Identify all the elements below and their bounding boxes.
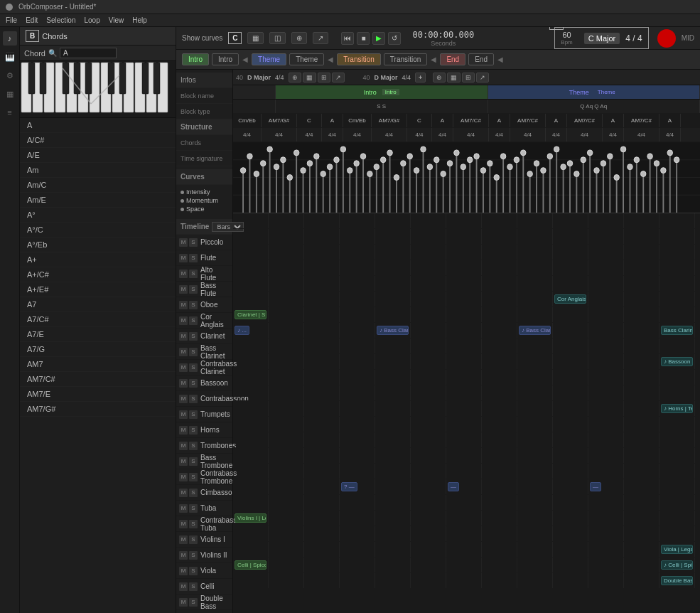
info-btn-r4[interactable]: ↗: [476, 73, 489, 82]
track-block-21-12[interactable]: Viola | Legato orb 14-ch 12 | Mel. D f |…: [661, 545, 693, 554]
chord-item-A7C#[interactable]: A7/C#: [20, 312, 176, 327]
solo-btn-5[interactable]: S: [189, 316, 198, 325]
transport-play[interactable]: ▶: [372, 32, 385, 45]
chord-item-A7[interactable]: A7: [20, 297, 176, 312]
track-block-7-4[interactable]: ♪ Bass Clar...: [377, 326, 409, 335]
icon-bars[interactable]: ≡: [3, 105, 17, 119]
curves-btn-3[interactable]: ⊕: [291, 32, 307, 44]
info-btn-r2[interactable]: ▦: [447, 73, 461, 82]
info-btn-3[interactable]: ⊞: [318, 73, 330, 82]
transport-stop[interactable]: ■: [357, 32, 370, 45]
mute-btn-17[interactable]: M: [179, 504, 188, 513]
solo-btn-7[interactable]: S: [189, 348, 198, 356]
section-btn-transition[interactable]: Transition: [337, 53, 381, 65]
solo-btn-0[interactable]: S: [189, 238, 198, 247]
info-btn-1[interactable]: ⊕: [289, 73, 301, 82]
chord-item-AM7C#[interactable]: AM7/C#: [20, 372, 176, 387]
menu-selection[interactable]: Selection: [46, 16, 75, 24]
track-block-22-12[interactable]: ♪ Celli | Spiccato orb 15-ch 11 | D. Acc…: [661, 560, 693, 570]
mute-btn-8[interactable]: M: [179, 363, 188, 372]
chord-item-Am[interactable]: Am: [20, 163, 176, 178]
info-btn-r3[interactable]: ⊞: [462, 73, 475, 82]
icon-piano[interactable]: 🎹: [3, 50, 17, 64]
menu-loop[interactable]: Loop: [85, 16, 100, 24]
mute-btn-19[interactable]: M: [179, 535, 188, 544]
mute-btn-3[interactable]: M: [179, 285, 188, 294]
track-block-6-0[interactable]: Clarinet | Staccato orb 8-ch 4 | Acc. D …: [235, 310, 266, 319]
chord-item-A7E[interactable]: A7/E: [20, 327, 176, 342]
mute-btn-11[interactable]: M: [179, 410, 188, 419]
menu-file[interactable]: File: [6, 16, 17, 24]
mute-btn-23[interactable]: M: [179, 598, 188, 607]
mute-btn-5[interactable]: M: [179, 316, 188, 325]
section-btn-end[interactable]: End: [440, 53, 465, 65]
transport-loop[interactable]: ↺: [388, 32, 401, 45]
section-btn-transition-outline[interactable]: Transition: [384, 53, 428, 65]
chord-item-AdimC[interactable]: A°/C: [20, 223, 176, 238]
chord-item-AaugE#[interactable]: A+/E#: [20, 282, 176, 297]
mute-btn-7[interactable]: M: [179, 348, 188, 356]
chord-item-AaugC#[interactable]: A+/C#: [20, 267, 176, 282]
solo-btn-21[interactable]: S: [189, 567, 198, 575]
solo-btn-17[interactable]: S: [189, 504, 198, 513]
section-btn-end-outline[interactable]: End: [468, 53, 494, 65]
mute-btn-2[interactable]: M: [179, 270, 188, 278]
track-block-9-12[interactable]: ♪ Bassoon | Staccato orb 9-ch 3 | D. Acc…: [661, 357, 693, 366]
menu-view[interactable]: View: [109, 16, 124, 24]
solo-btn-22[interactable]: S: [189, 582, 198, 591]
chord-item-A7G[interactable]: A7/G: [20, 342, 176, 357]
solo-btn-18[interactable]: S: [189, 520, 198, 528]
curves-btn-2[interactable]: ◫: [269, 32, 286, 44]
chord-item-AM7G#[interactable]: AM7/G#: [20, 402, 176, 417]
solo-btn-20[interactable]: S: [189, 551, 198, 560]
mute-btn-22[interactable]: M: [179, 582, 188, 591]
solo-btn-14[interactable]: S: [189, 457, 198, 466]
section-btn-intro-outline[interactable]: Intro: [212, 53, 239, 65]
mute-btn-10[interactable]: M: [179, 395, 188, 403]
icon-settings[interactable]: ⚙: [3, 68, 17, 82]
transport-rewind[interactable]: ⏮: [341, 32, 354, 45]
chord-item-Adim[interactable]: A°: [20, 208, 176, 223]
track-block-17-10[interactable]: —: [590, 482, 601, 491]
solo-btn-3[interactable]: S: [189, 285, 198, 294]
solo-btn-12[interactable]: S: [189, 426, 198, 435]
solo-btn-2[interactable]: S: [189, 270, 198, 278]
mute-btn-6[interactable]: M: [179, 332, 188, 341]
info-btn-r1[interactable]: ⊕: [433, 73, 446, 82]
mute-btn-4[interactable]: M: [179, 301, 188, 309]
track-block-22-0[interactable]: Celli | Spiccato orb 15-ch 11 | Acc. D p…: [235, 560, 266, 570]
solo-btn-23[interactable]: S: [189, 598, 198, 607]
icon-notes[interactable]: ♪: [3, 31, 17, 46]
mute-btn-9[interactable]: M: [179, 379, 188, 388]
chord-item-AM7[interactable]: AM7: [20, 357, 176, 372]
icon-grid[interactable]: ▦: [3, 87, 17, 101]
section-btn-theme[interactable]: Theme: [252, 53, 286, 65]
solo-btn-4[interactable]: S: [189, 301, 198, 309]
chord-item-Aaug[interactable]: A+: [20, 252, 176, 267]
track-block-7-12[interactable]: Bass Clarinet | Tenuto orb 8-ch 10 | Bas…: [661, 326, 693, 335]
track-block-7-8[interactable]: ♪ Bass Clarinet: [519, 326, 551, 335]
chord-item-AdimEb[interactable]: A°/Eb: [20, 238, 176, 252]
mute-btn-18[interactable]: M: [179, 520, 188, 528]
mute-btn-0[interactable]: M: [179, 238, 188, 247]
mute-btn-16[interactable]: M: [179, 489, 188, 497]
solo-btn-19[interactable]: S: [189, 535, 198, 544]
mute-btn-14[interactable]: M: [179, 457, 188, 466]
solo-btn-16[interactable]: S: [189, 489, 198, 497]
track-block-12-12[interactable]: ♪ Horns | Tenuto orb 10-ch 9 | D. Bass 0…: [661, 404, 693, 413]
info-btn-add[interactable]: +: [415, 73, 426, 82]
chord-item-AmC[interactable]: Am/C: [20, 178, 176, 193]
solo-btn-10[interactable]: S: [189, 395, 198, 403]
mute-btn-20[interactable]: M: [179, 551, 188, 560]
solo-btn-8[interactable]: S: [189, 363, 198, 372]
solo-btn-11[interactable]: S: [189, 410, 198, 419]
solo-btn-13[interactable]: S: [189, 442, 198, 450]
solo-btn-6[interactable]: S: [189, 332, 198, 341]
record-button[interactable]: [657, 29, 676, 48]
track-block-5-9[interactable]: Cor Anglais | Tenuto orb 7 - ch 16 | Bg.…: [554, 294, 586, 304]
chord-item-A[interactable]: A: [20, 118, 176, 133]
chord-item-AC#[interactable]: A/C#: [20, 133, 176, 148]
section-btn-intro[interactable]: Intro: [182, 53, 209, 65]
curves-btn-1[interactable]: ▦: [247, 32, 264, 44]
chord-item-AM7E[interactable]: AM7/E: [20, 387, 176, 402]
